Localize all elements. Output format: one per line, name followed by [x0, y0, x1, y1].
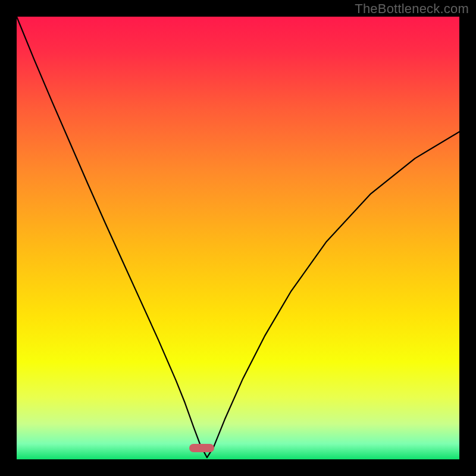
min-marker: [189, 444, 214, 452]
plot-frame: [17, 17, 459, 459]
plot-svg: [17, 17, 459, 459]
watermark-text: TheBottleneck.com: [355, 1, 469, 17]
stage: TheBottleneck.com: [0, 0, 476, 476]
gradient-rect: [17, 17, 459, 459]
